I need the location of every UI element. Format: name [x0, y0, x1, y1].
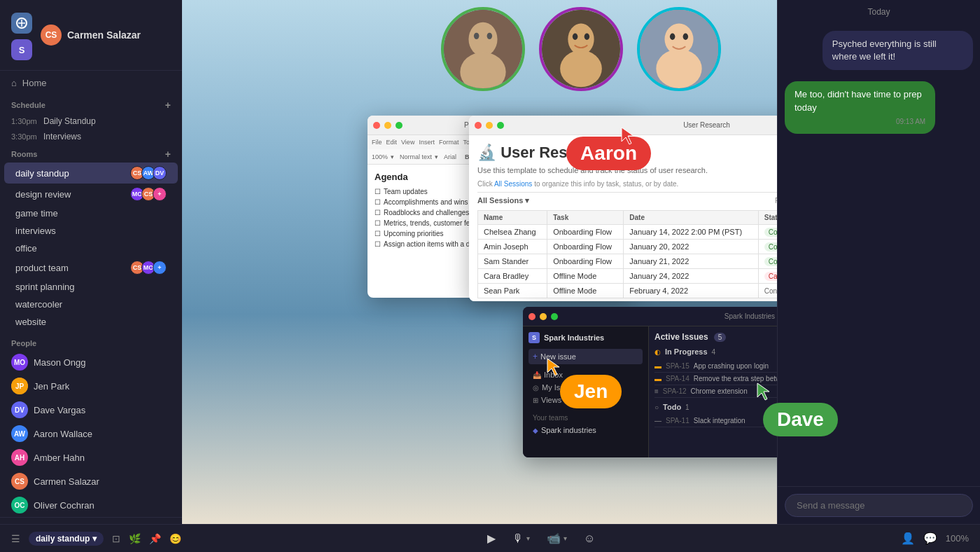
linear-team-icon: S — [528, 332, 540, 343]
mic-dropdown[interactable]: ▾ — [526, 534, 530, 542]
avatar: DV — [11, 401, 28, 418]
in-progress-icon: ◐ — [654, 348, 661, 356]
linear-spark-item[interactable]: ◆ Spark industries — [528, 424, 643, 436]
people-item-aaron[interactable]: AW Aaron Wallace — [0, 422, 182, 446]
people-item-jen[interactable]: JP Jen Park — [0, 374, 182, 398]
zoom-level: 100% — [946, 533, 969, 544]
leaves-icon[interactable]: 🌿 — [129, 533, 141, 544]
toolbar-left: ☰ daily standup ▾ ⊡ 🌿 📌 😊 — [11, 532, 181, 546]
window-maximize-button[interactable] — [497, 122, 504, 129]
pin-icon[interactable]: 📌 — [149, 533, 161, 544]
participant-dave-label: Dave — [763, 403, 838, 436]
chat-message-input[interactable] — [785, 494, 973, 517]
avatar: AH — [11, 449, 28, 466]
svg-point-16 — [670, 34, 675, 40]
cursor-aaron — [620, 126, 637, 150]
toolbar-right: 👤 💬 100% — [901, 532, 969, 545]
reactions-button[interactable]: ☺ — [584, 532, 595, 545]
linear-team-name: Spark Industries — [544, 333, 604, 342]
video-participants — [441, 7, 721, 91]
workspace-icon[interactable]: S — [11, 39, 32, 60]
room-item-game-time[interactable]: game time — [4, 205, 178, 222]
room-item-product-team[interactable]: product team CS MO + — [4, 257, 178, 278]
all-sessions-link[interactable]: All Sessions — [494, 180, 532, 188]
participants-icon[interactable]: 👤 — [901, 532, 915, 545]
participant-1-avatar — [441, 7, 525, 91]
avatar: OC — [11, 497, 28, 513]
emoji-icon[interactable]: 😊 — [169, 533, 181, 544]
issue-id: SPA-15 — [666, 362, 690, 370]
svg-point-10 — [560, 50, 602, 87]
participant-aaron-label: Aaron — [566, 137, 651, 170]
add-room-button[interactable]: + — [165, 149, 171, 160]
video-icon: 📹 — [547, 532, 561, 545]
svg-point-12 — [584, 34, 589, 40]
spark-icon: ◆ — [533, 427, 538, 434]
mic-icon: 🎙 — [512, 532, 524, 545]
window-minimize-button[interactable] — [384, 122, 391, 129]
participant-2-avatar — [539, 7, 623, 91]
schedule-item-standup[interactable]: 1:30pm Daily Standup — [0, 113, 182, 129]
reactions-icon: ☺ — [584, 532, 595, 544]
screen-share-icon[interactable]: ⊡ — [112, 533, 120, 544]
toolbar-center: ▶ 🎙 ▾ 📹 ▾ ☺ — [192, 532, 889, 545]
window-minimize-button[interactable] — [540, 313, 547, 320]
room-dropdown-arrow: ▾ — [92, 534, 97, 544]
sidebar-header: S CS Carmen Salazar — [0, 0, 182, 71]
active-issues-label: Active Issues — [654, 332, 708, 342]
svg-point-7 — [487, 33, 492, 39]
room-item-office[interactable]: office — [4, 240, 178, 257]
in-progress-label: In Progress — [665, 347, 708, 356]
svg-point-17 — [683, 34, 688, 40]
schedule-section-header: Schedule + — [0, 95, 182, 113]
notion-all-sessions[interactable]: All Sessions ▾ — [477, 196, 529, 205]
room-item-interviews[interactable]: interviews — [4, 222, 178, 240]
issues-icon: ◎ — [533, 384, 539, 392]
priority-icon: ≡ — [654, 387, 659, 395]
inbox-icon: 📥 — [533, 371, 541, 379]
window-maximize-button[interactable] — [396, 122, 402, 129]
participant-1-video — [444, 10, 522, 88]
video-button[interactable]: 📹 ▾ — [547, 532, 567, 545]
mic-button[interactable]: 🎙 ▾ — [512, 532, 530, 545]
people-item-dave[interactable]: DV Dave Vargas — [0, 398, 182, 422]
people-item-amber[interactable]: AH Amber Hahn — [0, 446, 182, 469]
schedule-item-interviews[interactable]: 3:30pm Interviews — [0, 129, 182, 144]
window-minimize-button[interactable] — [486, 122, 493, 129]
chat-timestamp: 09:13 AM — [794, 117, 925, 127]
active-issues-count: 5 — [714, 333, 727, 342]
room-avatar: + — [153, 261, 167, 275]
record-button[interactable]: ▶ — [487, 532, 496, 545]
people-item-carmen[interactable]: CS Carmen Salazar — [0, 469, 182, 493]
chat-message-sent: Me too, didn't have time to prep today 0… — [785, 81, 973, 139]
window-maximize-button[interactable] — [551, 313, 558, 320]
window-close-button[interactable] — [373, 122, 380, 129]
room-item-watercooler[interactable]: watercooler — [4, 296, 178, 313]
room-item-sprint-planning[interactable]: sprint planning — [4, 278, 178, 296]
current-room-chip[interactable]: daily standup ▾ — [29, 532, 104, 546]
video-dropdown[interactable]: ▾ — [564, 534, 567, 542]
add-schedule-button[interactable]: + — [165, 99, 171, 111]
home-nav-item[interactable]: ⌂ Home — [0, 71, 182, 95]
people-item-oliver[interactable]: OC Oliver Cochran — [0, 493, 182, 517]
priority-icon: — — [654, 417, 662, 425]
room-item-design-review[interactable]: design review MO CS + — [4, 184, 178, 205]
window-close-button[interactable] — [528, 313, 536, 320]
record-icon: ▶ — [487, 532, 496, 545]
col-date: Date — [624, 211, 758, 225]
spark-label: Spark industries — [541, 426, 596, 434]
sidebar-bottom: ⚙ ? — [0, 517, 182, 524]
people-item-mason[interactable]: MO Mason Ongg — [0, 350, 182, 374]
room-item-website[interactable]: website — [4, 313, 178, 331]
window-close-button[interactable] — [475, 122, 482, 129]
cursor-jen — [546, 357, 563, 381]
room-item-daily-standup[interactable]: daily standup CS AW DV — [4, 163, 178, 184]
chat-input-area — [778, 486, 980, 524]
rooms-section-header: Rooms + — [0, 144, 182, 163]
chat-toggle-icon[interactable]: 💬 — [923, 532, 937, 545]
toggle-sidebar-icon[interactable]: ☰ — [11, 533, 20, 544]
issue-id: SPA-11 — [666, 417, 690, 425]
cursor-dave — [756, 382, 773, 406]
avatar: AW — [11, 425, 28, 442]
chat-panel: Today Psyched everything is still where … — [777, 0, 980, 524]
